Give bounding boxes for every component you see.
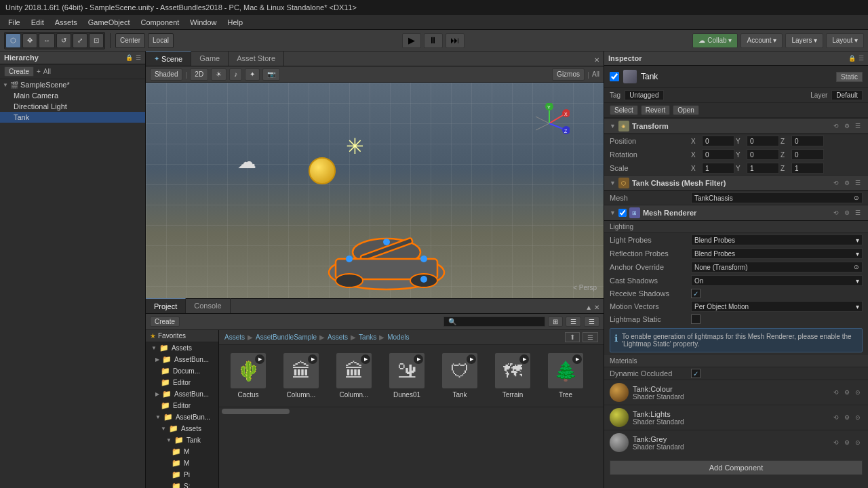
scrollbar-thumb[interactable]	[222, 409, 290, 414]
mat1-ref-icon[interactable]: ⟲	[831, 413, 841, 422]
light-probes-dropdown[interactable]: Blend Probes ▾	[691, 235, 863, 245]
hierarchy-create-btn[interactable]: Create	[4, 66, 34, 77]
transform-ref-icon[interactable]: ⟲	[831, 121, 841, 131]
meshfilter-menu-icon[interactable]: ☰	[853, 178, 863, 188]
breadcrumb-nav-btn[interactable]: ⬆	[565, 332, 580, 342]
object-active-checkbox[interactable]	[610, 72, 619, 81]
static-badge[interactable]: Static	[836, 72, 863, 82]
sidebar-item-tank-folder[interactable]: ▼ 📁 Tank	[146, 434, 218, 446]
scale-y-field[interactable]	[747, 163, 779, 174]
sidebar-item-assetbun0[interactable]: ▶ 📁 AssetBun...	[146, 354, 218, 365]
breadcrumb-assets[interactable]: Assets	[224, 333, 245, 341]
tool-btn-5[interactable]: ⊡	[89, 33, 104, 48]
hierarchy-item-samplescene[interactable]: ▼ 🎬 SampleScene*	[0, 79, 145, 90]
scale-z-field[interactable]	[791, 163, 824, 174]
meshrenderer-menu-icon[interactable]: ☰	[853, 208, 863, 218]
breadcrumb-tanks[interactable]: Tanks	[359, 333, 376, 341]
tag-dropdown[interactable]: Untagged	[625, 90, 663, 100]
menu-window[interactable]: Window	[184, 17, 222, 28]
tab-scene[interactable]: ✦ Scene	[146, 51, 191, 66]
tool-btn-2[interactable]: ↔	[39, 33, 55, 48]
account-button[interactable]: Account ▾	[741, 33, 783, 48]
mat1-settings-icon[interactable]: ⚙	[842, 413, 852, 422]
meshrenderer-settings-icon[interactable]: ⚙	[842, 208, 852, 218]
sidebar-item-editor1[interactable]: 📁 Editor	[146, 400, 218, 411]
menu-gameobject[interactable]: GameObject	[83, 17, 136, 28]
center-button[interactable]: Center	[115, 33, 145, 48]
lightmap-static-checkbox[interactable]	[691, 314, 701, 324]
cast-shadows-dropdown[interactable]: On ▾	[691, 275, 863, 286]
fx-btn[interactable]: ✦	[245, 68, 260, 81]
asset-terrain[interactable]: 🗺 ▶ Terrain	[489, 350, 536, 401]
shaded-btn[interactable]: Shaded	[150, 68, 182, 81]
menu-file[interactable]: File	[3, 17, 26, 28]
asset-scrollbar[interactable]	[219, 407, 604, 415]
asset-dunes[interactable]: 🏜 ▶ Dunes01	[383, 350, 431, 401]
scale-x-field[interactable]	[702, 163, 734, 174]
sidebar-item-assetbun1[interactable]: ▶ 📁 AssetBun...	[146, 388, 218, 400]
sidebar-item-editor0[interactable]: 📁 Editor	[146, 377, 218, 388]
sidebar-item-assetbun2[interactable]: ▼ 📁 AssetBun...	[146, 411, 218, 423]
local-button[interactable]: Local	[148, 33, 174, 48]
hierarchy-item-light[interactable]: Directional Light	[0, 101, 145, 112]
sidebar-item-assets2[interactable]: ▼ 📁 Assets	[146, 423, 218, 434]
sidebar-item-assets[interactable]: ▼ 📁 Assets	[146, 342, 218, 354]
inspector-lock-icon[interactable]: 🔒	[848, 55, 856, 62]
sidebar-item-s[interactable]: 📁 S:	[146, 481, 218, 488]
project-sort-btn[interactable]: ☰	[566, 317, 581, 327]
rot-y-field[interactable]	[747, 149, 779, 160]
tool-btn-3[interactable]: ↺	[56, 33, 71, 48]
rot-x-field[interactable]	[702, 149, 734, 160]
meshfilter-header[interactable]: ▼ ⬡ Tank Chassis (Mesh Filter) ⟲ ⚙ ☰	[604, 175, 868, 191]
collab-button[interactable]: ☁ Collab ▾	[692, 33, 738, 48]
layout-button[interactable]: Layout ▾	[826, 33, 864, 48]
breadcrumb-options-btn[interactable]: ☰	[583, 332, 598, 342]
meshrenderer-enabled-checkbox[interactable]	[618, 209, 627, 217]
meshfilter-settings-icon[interactable]: ⚙	[842, 178, 852, 188]
meshrenderer-header[interactable]: ▼ ⊞ Mesh Renderer ⟲ ⚙ ☰	[604, 205, 868, 221]
bottom-close-btn[interactable]: ▲ ✕	[581, 302, 604, 313]
transform-settings-icon[interactable]: ⚙	[842, 121, 852, 131]
menu-edit[interactable]: Edit	[26, 17, 50, 28]
sidebar-item-m1[interactable]: 📁 M	[146, 458, 218, 469]
mat2-ref-icon[interactable]: ⟲	[831, 438, 841, 447]
tab-console[interactable]: Console	[186, 298, 230, 313]
gizmos-btn[interactable]: Gizmos	[552, 68, 585, 81]
asset-column1[interactable]: 🏛 ▶ Column...	[330, 350, 378, 401]
sidebar-item-docum[interactable]: 📁 Docum...	[146, 365, 218, 377]
asset-tree[interactable]: 🌲 ▶ Tree	[542, 350, 589, 401]
breadcrumb-assets2[interactable]: Assets	[328, 333, 348, 341]
asset-column0[interactable]: 🏛 ▶ Column...	[277, 350, 325, 401]
layer-dropdown[interactable]: Default	[831, 90, 863, 100]
tool-btn-1[interactable]: ✥	[22, 33, 37, 48]
project-options-btn[interactable]: ☰	[584, 317, 599, 327]
pause-button[interactable]: ⏸	[424, 33, 443, 48]
add-component-btn[interactable]: Add Component	[610, 460, 863, 475]
anchor-override-dropdown[interactable]: None (Transform) ⊙	[691, 262, 863, 272]
mat0-ref-icon[interactable]: ⟲	[831, 388, 841, 397]
menu-help[interactable]: Help	[222, 17, 248, 28]
project-create-btn[interactable]: Create	[150, 317, 180, 327]
breadcrumb-models[interactable]: Models	[387, 333, 409, 341]
step-button[interactable]: ⏭	[446, 33, 465, 48]
menu-assets[interactable]: Assets	[50, 17, 83, 28]
dynamic-occluded-checkbox[interactable]	[691, 369, 701, 378]
transform-header[interactable]: ▼ ⊕ Transform ⟲ ⚙ ☰	[604, 118, 868, 134]
breadcrumb-assetbundlesample[interactable]: AssetBundleSample	[256, 333, 317, 341]
tool-btn-0[interactable]: ⬡	[5, 33, 21, 48]
audio-btn[interactable]: ♪	[229, 68, 242, 81]
hierarchy-item-tank[interactable]: Tank	[0, 112, 145, 123]
mesh-field[interactable]: TankChassis ⊙	[691, 192, 863, 203]
tab-project[interactable]: Project	[146, 298, 186, 313]
mat2-circle-icon[interactable]: ⊙	[853, 438, 863, 447]
tab-game[interactable]: Game	[191, 51, 229, 66]
asset-tank[interactable]: 🛡 ▶ Tank	[436, 350, 484, 401]
select-btn[interactable]: Select	[610, 105, 638, 115]
pos-y-field[interactable]	[747, 136, 779, 146]
mat2-settings-icon[interactable]: ⚙	[842, 438, 852, 447]
sidebar-item-pi[interactable]: 📁 Pi	[146, 469, 218, 481]
2d-btn[interactable]: 2D	[190, 68, 208, 81]
scene-close-btn[interactable]: ✕	[590, 54, 604, 66]
motion-vectors-dropdown[interactable]: Per Object Motion ▾	[691, 301, 863, 312]
project-view-btn[interactable]: ⊞	[548, 317, 563, 327]
